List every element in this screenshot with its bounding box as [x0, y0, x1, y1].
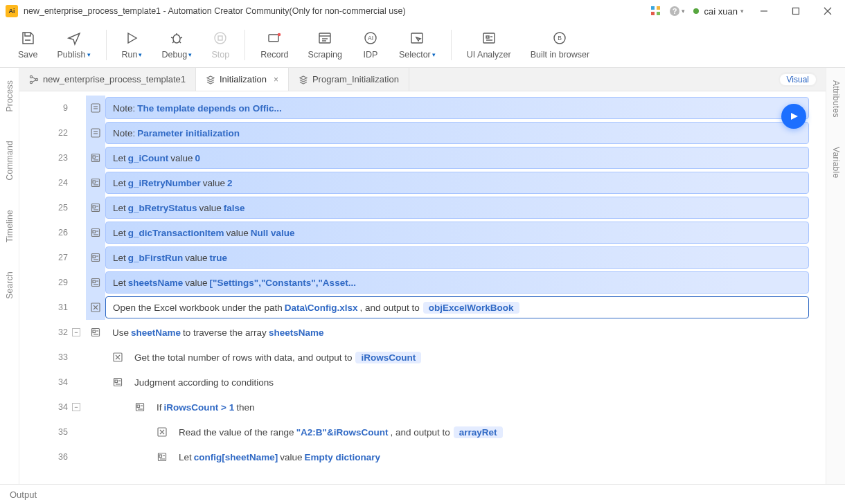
ui-analyzer-button[interactable]: UI Analyzer	[457, 28, 521, 62]
flow-row[interactable]: 31Open the Excel workbook under the path…	[19, 295, 809, 320]
user-menu[interactable]: cai xuan ▾	[693, 6, 744, 17]
let-icon	[86, 170, 105, 195]
flow-content[interactable]: Let g_bFirstRun value true	[105, 246, 809, 269]
svg-point-34	[30, 75, 32, 78]
line-number: 34−	[19, 402, 76, 412]
rail-search[interactable]: Search	[5, 267, 15, 303]
excel-icon	[152, 420, 172, 444]
play-fab[interactable]	[781, 104, 806, 129]
svg-rect-49	[93, 181, 96, 183]
flow-row[interactable]: 24Let g_iRetryNumber value 2	[19, 170, 809, 195]
flow-list[interactable]: 9Note: The template depends on Offic...2…	[19, 91, 826, 484]
output-panel-header[interactable]: Output	[0, 485, 845, 504]
flow-row[interactable]: 27Let g_bFirstRun value true	[19, 245, 809, 270]
scraping-button[interactable]: Scraping	[299, 28, 352, 62]
svg-rect-84	[159, 455, 162, 458]
layers-icon	[299, 75, 308, 84]
excel-icon	[108, 345, 127, 370]
flow-content[interactable]: Let config[sheetName] value Empty dictio…	[172, 447, 809, 467]
excel-icon	[86, 295, 105, 320]
rail-command[interactable]: Command	[5, 136, 15, 184]
flow-content[interactable]: Judgment according to conditions	[127, 372, 809, 392]
flow-content[interactable]: Note: Parameter initialization	[105, 122, 809, 144]
built-in-browser-button[interactable]: B Built in browser	[521, 28, 599, 62]
note-icon	[86, 120, 105, 145]
help-button[interactable]: ? ▾	[669, 6, 685, 17]
svg-rect-2	[651, 12, 655, 15]
record-button[interactable]: Record	[251, 28, 298, 62]
apps-grid-icon[interactable]	[651, 6, 661, 16]
rail-variable[interactable]: Variable	[831, 143, 841, 183]
flow-row[interactable]: 29Let sheetsName value ["Settings","Cons…	[19, 270, 809, 295]
flow-row[interactable]: 9Note: The template depends on Offic...	[19, 96, 809, 120]
svg-rect-29	[486, 36, 489, 38]
tab-project[interactable]: new_enterprise_process_template1	[19, 68, 196, 91]
flow-row[interactable]: 32−Use sheetName to traverse the array s…	[19, 320, 809, 345]
flow-content[interactable]: Read the value of the range "A2:B"&iRows…	[172, 422, 809, 442]
tab-close-icon[interactable]: ×	[274, 75, 278, 84]
flow-content[interactable]: Let g_iRetryNumber value 2	[105, 172, 809, 194]
flow-content[interactable]: Get the total number of rows with data, …	[127, 348, 809, 367]
publish-button[interactable]: Publish▾	[48, 28, 100, 62]
let-icon	[86, 145, 105, 170]
flow-content[interactable]: Let g_bRetryStatus value false	[105, 197, 809, 219]
tab-initialization[interactable]: Initialization ×	[196, 68, 289, 91]
flow-row[interactable]: 34−If iRowsCount > 1 then	[19, 395, 809, 420]
line-number: 36	[19, 452, 76, 462]
stop-button: Stop	[202, 28, 239, 62]
line-number: 24	[19, 178, 76, 188]
svg-marker-37	[791, 113, 798, 120]
run-button[interactable]: Run▾	[112, 28, 152, 62]
svg-text:B: B	[558, 35, 562, 42]
line-number: 27	[19, 253, 76, 262]
svg-rect-7	[793, 8, 799, 15]
close-window-button[interactable]	[816, 2, 839, 20]
save-button[interactable]: Save	[8, 28, 48, 62]
flow-content[interactable]: Let g_dicTransactionItem value Null valu…	[105, 222, 809, 244]
idp-button[interactable]: AI IDP	[352, 28, 389, 62]
line-number: 22	[19, 128, 76, 138]
visual-toggle[interactable]: Visual	[779, 72, 817, 87]
flow-content[interactable]: Let sheetsName value ["Settings","Consta…	[105, 271, 809, 294]
output-variable-chip[interactable]: objExcelWorkBook	[423, 302, 519, 314]
flow-content[interactable]: Let g_iCount value 0	[105, 147, 809, 169]
rail-process[interactable]: Process	[5, 76, 15, 116]
collapse-toggle[interactable]: −	[72, 403, 80, 411]
layers-icon	[206, 75, 215, 84]
flow-row[interactable]: 22Note: Parameter initialization	[19, 120, 809, 145]
maximize-button[interactable]	[784, 2, 808, 20]
flow-row[interactable]: 36Let config[sheetName] value Empty dict…	[19, 444, 809, 469]
svg-rect-53	[93, 206, 96, 208]
branch-icon	[130, 395, 150, 420]
rail-timeline[interactable]: Timeline	[5, 206, 15, 246]
flow-row[interactable]: 23Let g_iCount value 0	[19, 145, 809, 170]
svg-rect-21	[319, 33, 330, 43]
rail-attributes[interactable]: Attributes	[831, 76, 841, 122]
tab-program-initialization[interactable]: Program_Initialization	[289, 68, 409, 91]
flow-row[interactable]: 34Judgment according to conditions	[19, 370, 809, 395]
minimize-button[interactable]	[752, 2, 776, 20]
collapse-toggle[interactable]: −	[72, 328, 80, 336]
line-number: 26	[19, 228, 76, 237]
svg-point-20	[278, 33, 281, 36]
flow-content[interactable]: Note: The template depends on Offic...	[105, 97, 809, 119]
flow-content[interactable]: If iRowsCount > 1 then	[150, 397, 809, 417]
output-variable-chip[interactable]: iRowsCount	[355, 352, 421, 363]
selector-button[interactable]: Selector▾	[389, 28, 445, 62]
left-siderail: Process Command Timeline Search	[0, 68, 19, 484]
svg-text:?: ?	[672, 7, 677, 15]
let-icon	[86, 195, 105, 220]
flow-row[interactable]: 33Get the total number of rows with data…	[19, 345, 809, 370]
flow-row[interactable]: 35Read the value of the range "A2:B"&iRo…	[19, 420, 809, 444]
output-variable-chip[interactable]: arrayRet	[454, 426, 503, 438]
line-number: 32−	[19, 327, 76, 337]
main-toolbar: Save Publish▾ Run▾ Debug▾ Stop Record Sc…	[0, 22, 845, 68]
flow-content[interactable]: Open the Excel workbook under the path D…	[105, 296, 809, 318]
line-number: 33	[19, 352, 76, 362]
svg-rect-70	[93, 330, 96, 333]
flow-row[interactable]: 26Let g_dicTransactionItem value Null va…	[19, 220, 809, 245]
flow-row[interactable]: 25Let g_bRetryStatus value false	[19, 195, 809, 220]
svg-text:AI: AI	[368, 35, 373, 42]
flow-content[interactable]: Use sheetName to traverse the array shee…	[105, 323, 809, 342]
debug-button[interactable]: Debug▾	[152, 28, 202, 62]
